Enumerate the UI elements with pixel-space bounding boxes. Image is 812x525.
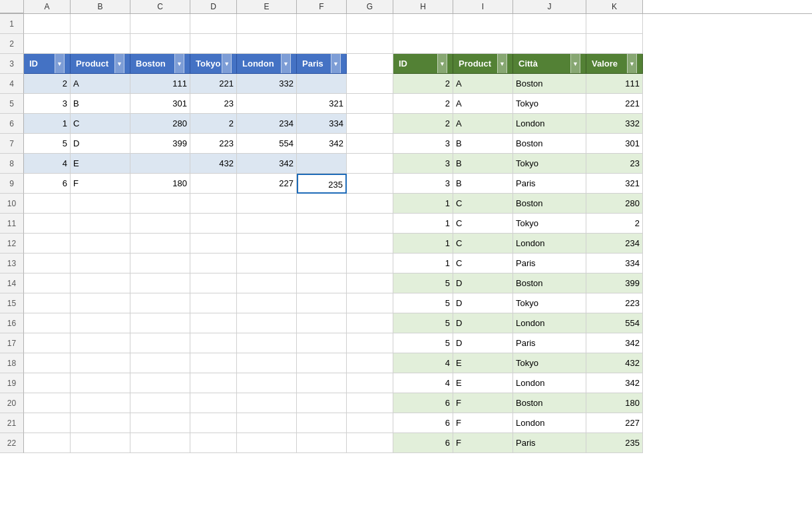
empty-left-16-5[interactable] — [297, 313, 347, 333]
cell-A1[interactable] — [24, 14, 71, 34]
empty-left-21-5[interactable] — [297, 413, 347, 433]
empty-left-15-5[interactable] — [297, 293, 347, 313]
empty-left-15-3[interactable] — [190, 293, 237, 313]
right-cell-id-21[interactable]: 6 — [393, 413, 453, 433]
empty-left-10-1[interactable] — [71, 194, 130, 214]
cell-J2[interactable] — [513, 34, 586, 54]
empty-left-14-2[interactable] — [130, 273, 190, 293]
empty-left-11-0[interactable] — [24, 214, 71, 234]
empty-left-12-1[interactable] — [71, 234, 130, 254]
cell-H2[interactable] — [393, 34, 453, 54]
left-cell-boston-7[interactable]: 399 — [130, 134, 190, 154]
empty-left-20-4[interactable] — [237, 393, 297, 413]
cell-G15[interactable] — [347, 293, 393, 313]
left-header-Paris[interactable]: Paris ▼ — [297, 54, 347, 74]
left-header-Tokyo[interactable]: Tokyo ▼ — [190, 54, 237, 74]
right-cell-product-20[interactable]: F — [453, 393, 513, 413]
right-cell-citta-10[interactable]: Boston — [513, 194, 586, 214]
right-cell-valore-17[interactable]: 342 — [586, 333, 643, 353]
empty-left-21-1[interactable] — [71, 413, 130, 433]
right-cell-product-6[interactable]: A — [453, 114, 513, 134]
right-cell-id-16[interactable]: 5 — [393, 313, 453, 333]
empty-left-18-0[interactable] — [24, 353, 71, 373]
cell-G14[interactable] — [347, 273, 393, 293]
cell-G1[interactable] — [347, 14, 393, 34]
left-header-ID[interactable]: ID ▼ — [24, 54, 71, 74]
col-header-H[interactable]: H — [393, 0, 453, 13]
right-cell-product-8[interactable]: B — [453, 154, 513, 174]
empty-left-14-4[interactable] — [237, 273, 297, 293]
left-header-Boston[interactable]: Boston ▼ — [130, 54, 190, 74]
left-cell-product-4[interactable]: A — [71, 74, 130, 94]
empty-left-17-3[interactable] — [190, 333, 237, 353]
cell-G5[interactable] — [347, 94, 393, 114]
right-cell-id-12[interactable]: 1 — [393, 234, 453, 254]
col-header-F[interactable]: F — [297, 0, 347, 13]
right-cell-citta-20[interactable]: Boston — [513, 393, 586, 413]
empty-left-19-5[interactable] — [297, 373, 347, 393]
cell-G13[interactable] — [347, 254, 393, 273]
left-cell-paris-5[interactable]: 321 — [297, 94, 347, 114]
empty-left-12-2[interactable] — [130, 234, 190, 254]
cell-G18[interactable] — [347, 353, 393, 373]
cell-G16[interactable] — [347, 313, 393, 333]
empty-left-10-0[interactable] — [24, 194, 71, 214]
right-cell-valore-10[interactable]: 280 — [586, 194, 643, 214]
empty-left-19-3[interactable] — [190, 373, 237, 393]
left-cell-product-6[interactable]: C — [71, 114, 130, 134]
right-cell-id-5[interactable]: 2 — [393, 94, 453, 114]
cell-B2[interactable] — [71, 34, 130, 54]
right-cell-product-9[interactable]: B — [453, 174, 513, 194]
right-cell-valore-4[interactable]: 111 — [586, 74, 643, 94]
right-cell-valore-18[interactable]: 432 — [586, 353, 643, 373]
cell-G11[interactable] — [347, 214, 393, 234]
right-cell-id-22[interactable]: 6 — [393, 433, 453, 453]
left-cell-product-5[interactable]: B — [71, 94, 130, 114]
right-cell-id-15[interactable]: 5 — [393, 293, 453, 313]
empty-left-12-4[interactable] — [237, 234, 297, 254]
right-cell-valore-20[interactable]: 180 — [586, 393, 643, 413]
empty-left-12-3[interactable] — [190, 234, 237, 254]
right-cell-valore-5[interactable]: 221 — [586, 94, 643, 114]
left-cell-boston-5[interactable]: 301 — [130, 94, 190, 114]
right-cell-product-14[interactable]: D — [453, 273, 513, 293]
right-cell-citta-15[interactable]: Tokyo — [513, 293, 586, 313]
cell-G9[interactable] — [347, 174, 393, 194]
cell-E1[interactable] — [237, 14, 297, 34]
empty-left-18-1[interactable] — [71, 353, 130, 373]
right-cell-valore-13[interactable]: 334 — [586, 254, 643, 273]
col-header-I[interactable]: I — [453, 0, 513, 13]
empty-left-13-5[interactable] — [297, 254, 347, 273]
right-header-ID[interactable]: ID ▼ — [393, 54, 453, 74]
cell-B1[interactable] — [71, 14, 130, 34]
empty-left-13-1[interactable] — [71, 254, 130, 273]
empty-left-18-5[interactable] — [297, 353, 347, 373]
left-tokyo-filter[interactable]: ▼ — [222, 54, 232, 74]
right-cell-citta-12[interactable]: London — [513, 234, 586, 254]
cell-C2[interactable] — [130, 34, 190, 54]
empty-left-22-0[interactable] — [24, 433, 71, 453]
empty-left-17-1[interactable] — [71, 333, 130, 353]
col-header-B[interactable]: B — [71, 0, 130, 13]
left-cell-paris-6[interactable]: 334 — [297, 114, 347, 134]
left-cell-tokyo-6[interactable]: 2 — [190, 114, 237, 134]
right-cell-id-18[interactable]: 4 — [393, 353, 453, 373]
right-cell-id-8[interactable]: 3 — [393, 154, 453, 174]
right-cell-valore-9[interactable]: 321 — [586, 174, 643, 194]
right-cell-valore-7[interactable]: 301 — [586, 134, 643, 154]
right-cell-citta-4[interactable]: Boston — [513, 74, 586, 94]
left-cell-london-4[interactable]: 332 — [237, 74, 297, 94]
empty-left-10-2[interactable] — [130, 194, 190, 214]
cell-J1[interactable] — [513, 14, 586, 34]
left-cell-product-8[interactable]: E — [71, 154, 130, 174]
cell-E2[interactable] — [237, 34, 297, 54]
col-header-G[interactable]: G — [347, 0, 393, 13]
right-cell-id-13[interactable]: 1 — [393, 254, 453, 273]
right-cell-citta-18[interactable]: Tokyo — [513, 353, 586, 373]
cell-I2[interactable] — [453, 34, 513, 54]
right-cell-id-7[interactable]: 3 — [393, 134, 453, 154]
cell-G17[interactable] — [347, 333, 393, 353]
empty-left-15-2[interactable] — [130, 293, 190, 313]
right-cell-product-12[interactable]: C — [453, 234, 513, 254]
right-cell-id-17[interactable]: 5 — [393, 333, 453, 353]
